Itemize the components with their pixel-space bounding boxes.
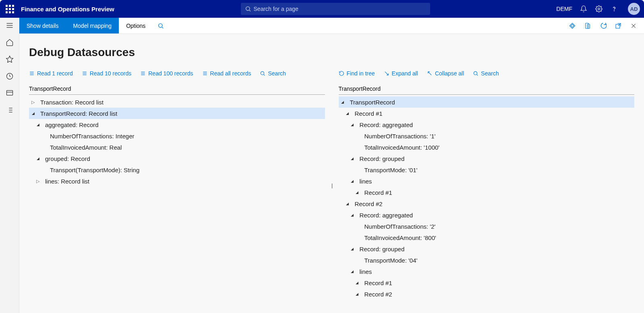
tree-node-label: Record #2 (364, 291, 392, 298)
svg-point-17 (159, 23, 162, 27)
tree-arrow-icon[interactable] (355, 280, 360, 285)
star-icon[interactable] (5, 55, 14, 64)
notification-icon[interactable] (580, 5, 588, 13)
action-bar: Show details Model mapping Options (19, 18, 644, 34)
model-mapping-button[interactable]: Model mapping (66, 18, 119, 33)
header-right: DEMF AD (556, 3, 640, 15)
tree-node[interactable]: Record #1 (339, 187, 635, 198)
right-search-label: Search (481, 70, 499, 77)
tree-arrow-icon[interactable] (35, 179, 40, 184)
attachment-icon[interactable] (584, 22, 592, 30)
collapse-all-label: Collapse all (435, 70, 464, 77)
tree-arrow-icon[interactable] (31, 111, 35, 116)
splitter-handle[interactable]: || (331, 183, 332, 188)
svg-line-44 (477, 75, 478, 76)
tree-arrow-icon[interactable] (350, 246, 355, 251)
popout-icon[interactable] (614, 22, 622, 30)
tree-arrow-icon[interactable] (350, 213, 355, 217)
tree-node[interactable]: TotalInvoicedAmount: '1000' (339, 142, 635, 153)
tree-node[interactable]: Record: grouped (339, 153, 635, 164)
tree-node-label: lines: Record list (45, 178, 89, 185)
workspace-icon[interactable] (5, 89, 14, 98)
tree-arrow-icon[interactable] (345, 201, 350, 206)
tree-node[interactable]: Record #2 (339, 198, 635, 209)
tree-node[interactable]: TransportMode: '01' (339, 164, 635, 175)
close-icon[interactable] (630, 22, 638, 30)
global-search-input[interactable] (254, 6, 426, 12)
tree-node[interactable]: TotalInvoicedAmount: '800' (339, 232, 635, 243)
tree-arrow-icon[interactable] (350, 269, 355, 274)
tree-node-label: lines (360, 268, 372, 275)
expand-all-button[interactable]: Expand all (384, 70, 418, 77)
tree-node-label: Record: grouped (360, 155, 405, 162)
tree-arrow-icon[interactable] (355, 190, 360, 195)
read-100-label: Read 100 records (148, 70, 193, 77)
svg-point-0 (246, 7, 249, 10)
left-group-heading: TransportRecord (29, 86, 325, 95)
tree-arrow-icon[interactable] (355, 292, 360, 296)
tree-node[interactable]: Record #2 (339, 288, 635, 300)
action-search-icon[interactable] (153, 18, 169, 33)
svg-point-43 (474, 71, 477, 75)
hamburger-icon[interactable] (5, 21, 14, 30)
right-search-button[interactable]: Search (473, 70, 499, 77)
tree-node[interactable]: NumberOfTransactions: '1' (339, 130, 635, 142)
tree-arrow-icon[interactable] (31, 100, 35, 105)
company-label[interactable]: DEMF (556, 6, 572, 12)
tree-node[interactable]: lines: Record list (29, 175, 325, 187)
tree-node-label: Record #1 (355, 110, 383, 117)
tree-node[interactable]: Transaction: Record list (29, 96, 325, 108)
tree-node[interactable]: TransportRecord (339, 96, 635, 108)
tree-node[interactable]: Record #1 (339, 108, 635, 119)
options-button[interactable]: Options (119, 18, 153, 33)
show-details-button[interactable]: Show details (19, 18, 66, 33)
tree-node[interactable]: NumberOfTransactions: '2' (339, 221, 635, 232)
left-search-button[interactable]: Search (260, 70, 286, 77)
read-all-button[interactable]: Read all records (202, 70, 251, 77)
tree-arrow-icon[interactable] (35, 156, 40, 161)
tree-node[interactable]: Record: grouped (339, 243, 635, 255)
tree-node-label: NumberOfTransactions: '1' (364, 133, 436, 140)
refresh-icon[interactable] (599, 22, 607, 30)
svg-marker-7 (6, 56, 13, 63)
find-in-tree-button[interactable]: Find in tree (339, 70, 375, 77)
home-icon[interactable] (5, 38, 14, 47)
tree-node-label: Record: aggregated (360, 212, 413, 219)
tree-arrow-icon[interactable] (35, 122, 40, 127)
tree-node[interactable]: Record: aggregated (339, 209, 635, 221)
tree-node[interactable]: lines (339, 175, 635, 187)
find-in-tree-label: Find in tree (347, 70, 375, 77)
avatar[interactable]: AD (628, 3, 640, 15)
help-icon[interactable] (610, 5, 618, 13)
waffle-icon[interactable] (4, 3, 15, 15)
tree-node[interactable]: aggregated: Record (29, 119, 325, 130)
tree-arrow-icon[interactable] (345, 111, 350, 116)
tree-node[interactable]: Record #1 (339, 277, 635, 288)
tree-node[interactable]: grouped: Record (29, 153, 325, 164)
gear-icon[interactable] (595, 5, 603, 13)
read-1-button[interactable]: Read 1 record (29, 70, 73, 77)
tree-node[interactable]: NumberOfTransactions: Integer (29, 130, 325, 142)
read-10-button[interactable]: Read 10 records (82, 70, 132, 77)
tree-arrow-icon[interactable] (350, 179, 355, 184)
read-100-button[interactable]: Read 100 records (140, 70, 193, 77)
tree-node-label: TransportRecord: Record list (40, 110, 117, 117)
tree-node-label: Record: grouped (360, 246, 405, 252)
tree-node[interactable]: TransportRecord: Record list (29, 108, 325, 119)
svg-line-18 (162, 27, 163, 28)
diamond-icon[interactable] (568, 22, 576, 30)
tree-node[interactable]: Record: aggregated (339, 119, 635, 130)
tree-node[interactable]: lines (339, 266, 635, 277)
recent-icon[interactable] (5, 72, 14, 81)
tree-node[interactable]: TotalInvoicedAmount: Real (29, 142, 325, 153)
tree-arrow-icon[interactable] (340, 100, 345, 104)
tree-arrow-icon[interactable] (350, 122, 355, 127)
svg-marker-19 (569, 23, 575, 29)
tree-node[interactable]: TransportMode: '04' (339, 255, 635, 266)
modules-icon[interactable] (5, 106, 14, 115)
global-search[interactable] (241, 3, 430, 15)
right-tree: TransportRecordRecord #1Record: aggregat… (339, 96, 635, 300)
tree-node[interactable]: Transport(TransportMode): String (29, 164, 325, 175)
collapse-all-button[interactable]: Collapse all (427, 70, 464, 77)
tree-arrow-icon[interactable] (350, 156, 355, 161)
